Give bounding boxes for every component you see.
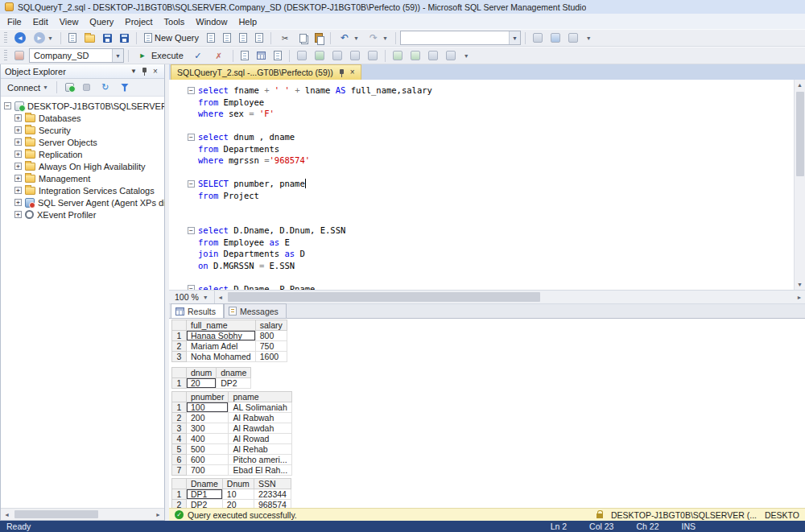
paste-button[interactable]: [312, 32, 326, 43]
open-file-button[interactable]: [81, 32, 98, 43]
grid-cell[interactable]: 100: [187, 402, 229, 413]
grid-row-number[interactable]: 3: [172, 352, 187, 362]
scrollbar-track[interactable]: [13, 509, 152, 520]
grid-row-number[interactable]: 1: [172, 378, 187, 389]
new-query-button[interactable]: New Query: [141, 32, 202, 43]
fold-collapse-icon[interactable]: −: [188, 227, 195, 234]
connect-button[interactable]: Connect▼: [4, 82, 52, 93]
tree-expander-icon[interactable]: +: [14, 138, 22, 146]
grid-cell[interactable]: 400: [187, 434, 229, 444]
grid-column-header[interactable]: dnum: [187, 368, 217, 378]
scroll-right-icon[interactable]: ►: [152, 509, 164, 520]
tree-expander-icon[interactable]: +: [14, 211, 22, 218]
properties-window-button[interactable]: [547, 32, 564, 43]
grid-cell[interactable]: 200: [187, 413, 229, 423]
tab-messages[interactable]: Messages: [224, 303, 287, 318]
code-line[interactable]: join Departments as D: [169, 248, 794, 260]
tree-expander-icon[interactable]: +: [14, 126, 22, 134]
disconnect-button[interactable]: [62, 82, 77, 93]
new-project-button[interactable]: [65, 32, 80, 43]
grid-cell[interactable]: Noha Mohamed: [187, 352, 256, 362]
tree-node-server-objects[interactable]: +Server Objects: [1, 136, 164, 148]
increase-indent-button[interactable]: [443, 50, 459, 61]
save-button[interactable]: [100, 33, 115, 43]
scrollbar-thumb[interactable]: [228, 292, 540, 302]
grid-cell[interactable]: Al Rehab: [229, 444, 292, 455]
code-line[interactable]: −select D.Dname, P.Pname: [169, 283, 794, 291]
menu-edit[interactable]: Edit: [27, 15, 54, 28]
grid-cell[interactable]: Ebad El Rah...: [229, 465, 292, 476]
menu-window[interactable]: Window: [190, 15, 233, 28]
grid-cell[interactable]: 700: [187, 465, 229, 476]
grid-corner-cell[interactable]: [172, 320, 187, 331]
close-icon[interactable]: ×: [151, 67, 160, 76]
tree-node-always-on-high-availability[interactable]: +Always On High Availability: [1, 160, 164, 172]
grid-row-number[interactable]: 5: [172, 444, 187, 455]
grid-column-header[interactable]: Dname: [187, 479, 223, 489]
execute-button[interactable]: ►Execute: [133, 48, 187, 63]
object-explorer-header[interactable]: Object Explorer ▼ ×: [1, 64, 164, 79]
grid-corner-cell[interactable]: [172, 479, 187, 489]
editor-vertical-scrollbar[interactable]: ▲ ▼: [794, 80, 805, 290]
tab-sqlquery[interactable]: SQLQueryT_2.sql -...GT0B\Perfecto (59)) …: [171, 64, 361, 80]
grid-corner-cell[interactable]: [172, 392, 187, 402]
tab-results[interactable]: Results: [171, 303, 224, 318]
code-line[interactable]: [169, 213, 794, 225]
grid-row-number[interactable]: 6: [172, 455, 187, 465]
grid-cell[interactable]: 20: [187, 378, 217, 389]
menu-tools[interactable]: Tools: [159, 15, 191, 28]
menu-project[interactable]: Project: [119, 15, 158, 28]
code-line[interactable]: −select fname + ' ' + lname AS full_name…: [169, 85, 794, 97]
client-statistics-button[interactable]: [365, 50, 381, 61]
grid-column-header[interactable]: salary: [255, 320, 287, 331]
grid-cell[interactable]: AL Solimaniah: [229, 402, 292, 413]
grid-column-header[interactable]: Dnum: [222, 479, 254, 489]
navigate-backward-button[interactable]: ◄: [11, 31, 29, 44]
change-connection-button[interactable]: [11, 50, 27, 61]
grid-cell[interactable]: Pitcho ameri...: [229, 455, 292, 465]
code-line[interactable]: [169, 120, 794, 132]
scroll-left-icon[interactable]: ◄: [1, 509, 13, 520]
menu-view[interactable]: View: [54, 15, 85, 28]
menu-query[interactable]: Query: [84, 15, 119, 28]
tree-expander-icon[interactable]: +: [14, 114, 22, 122]
tree-node-databases[interactable]: +Databases: [1, 112, 164, 124]
redo-button[interactable]: ↷▼: [364, 31, 391, 45]
grid-cell[interactable]: 750: [255, 341, 287, 352]
find-combo[interactable]: ▼: [400, 31, 521, 45]
grid-cell[interactable]: DP2: [217, 378, 251, 389]
grid-row-number[interactable]: 2: [172, 413, 187, 423]
grid-cell[interactable]: Al Rabwah: [229, 413, 292, 423]
code-line[interactable]: from Departments: [169, 143, 794, 155]
grid-cell[interactable]: Hanaa Sobhy: [187, 331, 256, 341]
code-line[interactable]: −select dnum , dname: [169, 131, 794, 143]
task-list-button[interactable]: [565, 32, 581, 43]
scroll-down-icon[interactable]: ▼: [795, 279, 805, 290]
tree-node-integration-services-catalogs[interactable]: +Integration Services Catalogs: [1, 184, 164, 196]
include-actual-plan-button[interactable]: [329, 50, 345, 61]
sql-editor[interactable]: −select fname + ' ' + lname AS full_name…: [169, 80, 805, 291]
tree-node-management[interactable]: +Management: [1, 172, 164, 184]
grid-row-number[interactable]: 1: [172, 331, 187, 341]
browse-button[interactable]: [530, 32, 546, 43]
xmla-query-button[interactable]: [252, 32, 266, 43]
code-line[interactable]: from Employee: [169, 97, 794, 109]
code-area[interactable]: −select fname + ' ' + lname AS full_name…: [169, 80, 794, 290]
grid-column-header[interactable]: dname: [217, 368, 251, 378]
pin-icon[interactable]: [338, 68, 345, 77]
code-line[interactable]: [169, 201, 794, 213]
grid-row-number[interactable]: 4: [172, 434, 187, 444]
grid-cell[interactable]: DP2: [187, 500, 223, 509]
grid-row-number[interactable]: 1: [172, 489, 187, 500]
tree-expander-icon[interactable]: +: [14, 187, 22, 194]
code-line[interactable]: on D.MGRSSN = E.SSN: [169, 260, 794, 272]
grid-cell[interactable]: 1600: [255, 352, 287, 362]
menu-file[interactable]: File: [2, 15, 27, 28]
grid-row-number[interactable]: 7: [172, 465, 187, 476]
toolbar-options-button[interactable]: ▼: [460, 52, 473, 60]
tree-expander-icon[interactable]: +: [14, 199, 22, 206]
code-line[interactable]: −select D.Dname, D.Dnum, E.SSN: [169, 225, 794, 237]
toolbar-grip[interactable]: [4, 32, 7, 44]
code-line[interactable]: [169, 167, 794, 179]
grid-cell[interactable]: DP1: [187, 489, 223, 500]
